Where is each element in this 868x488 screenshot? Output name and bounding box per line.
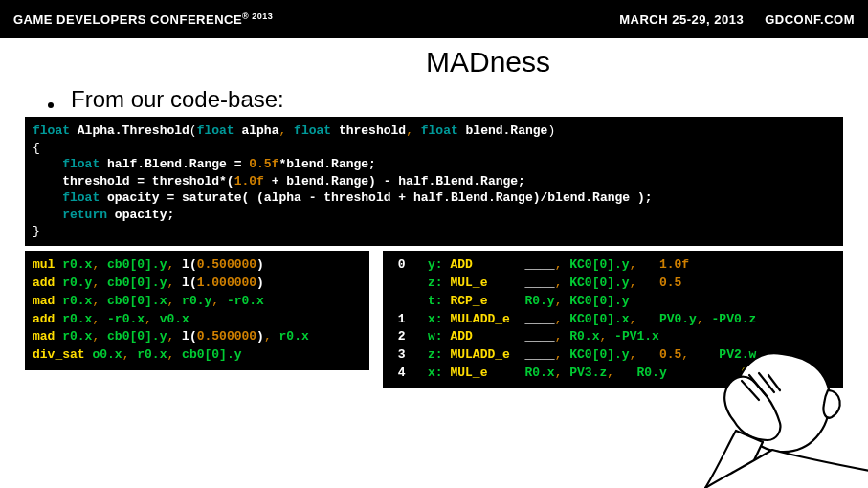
bullet-text: From our code-base: [71, 86, 284, 113]
conference-dates: MARCH 25-29, 2013 [619, 12, 744, 27]
conference-year: ® 2013 [242, 11, 273, 21]
conference-site: GDCONF.COM [765, 12, 855, 27]
bullet-line: From our code-base: [48, 86, 284, 113]
bullet-icon [48, 102, 54, 108]
slide-title: MADness [426, 46, 550, 78]
header-bar: GAME DEVELOPERS CONFERENCE® 2013 MARCH 2… [0, 0, 868, 38]
facepalm-icon [667, 297, 868, 488]
code-block-asm-left: mul r0.x, cb0[0].y, l(0.500000) add r0.y… [25, 251, 369, 370]
conference-title: GAME DEVELOPERS CONFERENCE® 2013 [13, 11, 273, 27]
code-block-hlsl: float Alpha.Threshold(float alpha, float… [25, 117, 843, 246]
conference-name: GAME DEVELOPERS CONFERENCE [13, 12, 242, 27]
